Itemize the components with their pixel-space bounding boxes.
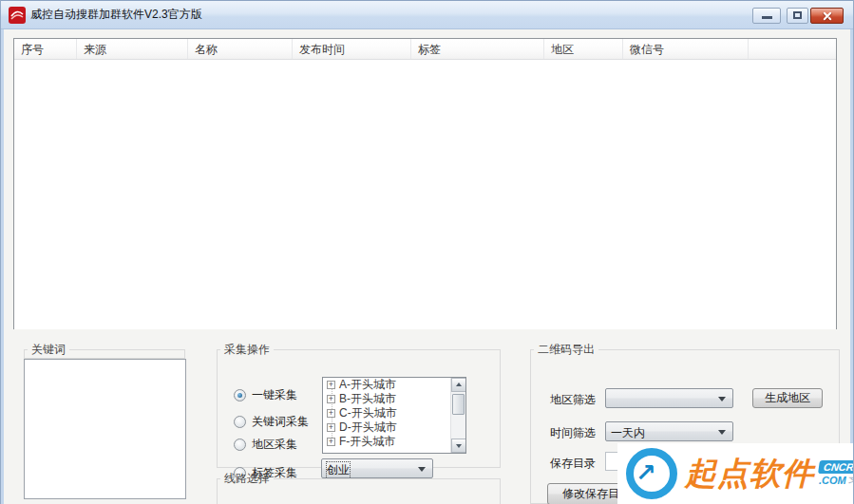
save-dir-label: 保存目录	[550, 456, 596, 472]
results-table: 序号 来源 名称 发布时间 标签 地区 微信号	[13, 38, 837, 329]
watermark-badge: CNCRK	[818, 460, 854, 474]
collect-group-label: 采集操作	[220, 342, 274, 358]
keywords-group: 关键词	[24, 342, 185, 359]
close-icon	[811, 9, 843, 23]
title-bar: 威控自动搜群加群软件V2.3官方版	[0, 0, 854, 29]
watermark-domain: .COM习	[819, 475, 854, 488]
column-header-time[interactable]: 发布时间	[293, 39, 411, 59]
time-filter-combobox[interactable]: 一天内	[605, 421, 733, 441]
button-label: 生成地区	[765, 391, 810, 404]
radio-collect-region[interactable]: 地区采集	[234, 437, 297, 453]
chevron-down-icon	[718, 430, 726, 435]
table-header: 序号 来源 名称 发布时间 标签 地区 微信号	[14, 39, 836, 60]
window-title: 威控自动搜群加群软件V2.3官方版	[30, 0, 202, 29]
tree-scrollbar[interactable]	[450, 378, 465, 453]
radio-label: 关键词采集	[252, 414, 309, 430]
radio-icon	[234, 416, 246, 428]
city-tree: A-开头城市 B-开头城市 C-开头城市 D-开头城市 F-开头城市	[322, 377, 466, 454]
route-group: 线路选择 线路一 线路二 线路三 线路四	[217, 471, 501, 504]
keywords-label: 关键词	[28, 342, 69, 358]
tree-item[interactable]: A-开头城市	[323, 378, 465, 392]
combobox-value: 一天内	[611, 425, 645, 441]
watermark-brand: 起点软件	[685, 453, 814, 495]
qrcode-group-label: 二维码导出	[534, 342, 598, 358]
region-filter-label: 地区筛选	[550, 392, 596, 408]
column-header-region[interactable]: 地区	[544, 39, 623, 59]
button-label: 修改保存目	[562, 487, 619, 500]
expand-icon[interactable]	[327, 409, 335, 418]
expand-icon[interactable]	[327, 381, 335, 389]
watermark-badge-group: CNCRK .COM习	[819, 460, 854, 488]
maximize-icon	[793, 11, 802, 19]
scroll-down-button[interactable]	[451, 439, 466, 453]
table-body[interactable]	[14, 60, 836, 329]
keywords-textarea[interactable]	[24, 359, 186, 499]
watermark-mark: 习	[848, 476, 854, 486]
radio-label: 一键采集	[252, 387, 297, 403]
radio-collect-keyword[interactable]: 关键词采集	[234, 414, 309, 430]
region-filter-combobox[interactable]	[605, 388, 733, 408]
tree-item[interactable]: D-开头城市	[323, 420, 465, 435]
scroll-thumb[interactable]	[452, 394, 465, 415]
close-button[interactable]	[810, 8, 844, 24]
domain-text: .COM	[819, 475, 846, 486]
maximize-button[interactable]	[787, 8, 808, 24]
column-header-name[interactable]: 名称	[188, 39, 293, 59]
column-header-seq[interactable]: 序号	[14, 39, 77, 59]
column-header-tag[interactable]: 标签	[411, 39, 544, 59]
radio-icon	[234, 439, 246, 451]
scroll-up-button[interactable]	[451, 378, 466, 392]
expand-icon[interactable]	[327, 423, 335, 432]
radio-label: 地区采集	[252, 437, 297, 453]
arrow-down-icon	[456, 444, 462, 448]
minimize-icon	[762, 16, 772, 19]
expand-icon[interactable]	[327, 438, 335, 446]
route-group-label: 线路选择	[220, 471, 274, 487]
arrow-up-right-icon: ↗	[636, 455, 656, 491]
column-header-blank[interactable]	[749, 39, 836, 59]
expand-icon[interactable]	[327, 395, 335, 403]
app-icon	[9, 7, 26, 24]
generate-region-button[interactable]: 生成地区	[752, 388, 823, 408]
column-header-wechat[interactable]: 微信号	[623, 39, 749, 59]
tree-item[interactable]: F-开头城市	[323, 435, 465, 449]
tree-item[interactable]: B-开头城市	[323, 392, 465, 406]
collect-group: 采集操作 一键采集 关键词采集 地区采集 标签采集 A-开头城市 B-开头城市 …	[217, 342, 501, 468]
arrow-up-icon	[456, 383, 462, 386]
tree-item-label: F-开头城市	[339, 434, 395, 450]
watermark: ↗ 起点软件 CNCRK .COM习	[617, 443, 854, 504]
tree-item[interactable]: C-开头城市	[323, 406, 465, 420]
time-filter-label: 时间筛选	[550, 425, 596, 441]
column-header-source[interactable]: 来源	[77, 39, 188, 59]
cncrk-logo-icon: ↗	[626, 448, 677, 499]
minimize-button[interactable]	[752, 8, 781, 24]
radio-selected-icon	[234, 389, 246, 401]
chevron-down-icon	[718, 397, 726, 401]
radio-collect-onekey[interactable]: 一键采集	[234, 387, 297, 403]
app-window: { "window": { "title": "威控自动搜群加群软件V2.3官方…	[0, 0, 854, 504]
